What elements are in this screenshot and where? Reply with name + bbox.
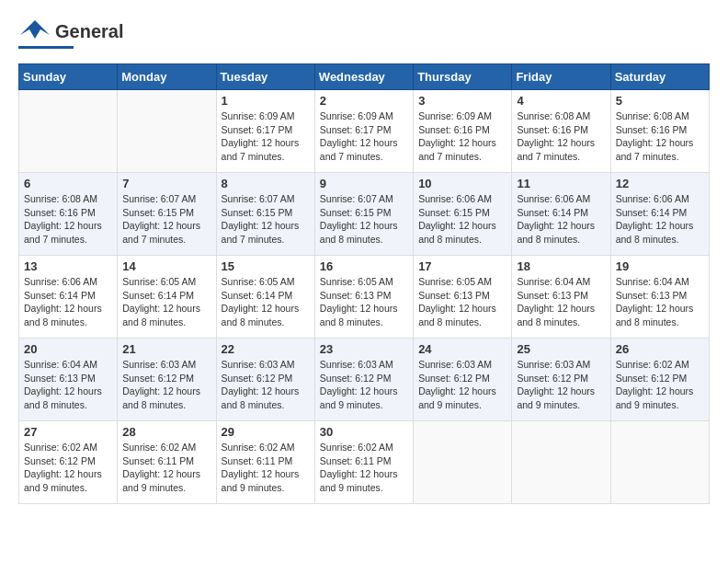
day-number: 15 (222, 259, 310, 273)
day-number: 7 (122, 177, 210, 190)
day-detail: Sunrise: 6:04 AM Sunset: 6:13 PM Dayligh… (24, 358, 112, 412)
calendar-cell: 6Sunrise: 6:08 AM Sunset: 6:16 PM Daylig… (19, 173, 118, 256)
calendar-cell: 16Sunrise: 6:05 AM Sunset: 6:13 PM Dayli… (314, 256, 413, 339)
calendar-cell: 4Sunrise: 6:08 AM Sunset: 6:16 PM Daylig… (512, 90, 610, 173)
day-number: 8 (222, 177, 310, 190)
calendar-cell: 30Sunrise: 6:02 AM Sunset: 6:11 PM Dayli… (314, 421, 413, 504)
page-header: General (18, 18, 710, 49)
day-detail: Sunrise: 6:05 AM Sunset: 6:13 PM Dayligh… (418, 275, 506, 329)
calendar-cell: 29Sunrise: 6:02 AM Sunset: 6:11 PM Dayli… (216, 421, 314, 504)
calendar-cell: 19Sunrise: 6:04 AM Sunset: 6:13 PM Dayli… (610, 256, 709, 339)
calendar-cell: 18Sunrise: 6:04 AM Sunset: 6:13 PM Dayli… (512, 256, 610, 339)
day-number: 22 (222, 342, 310, 356)
calendar-cell: 1Sunrise: 6:09 AM Sunset: 6:17 PM Daylig… (216, 90, 314, 173)
day-number: 21 (122, 342, 210, 356)
day-detail: Sunrise: 6:02 AM Sunset: 6:12 PM Dayligh… (616, 358, 704, 412)
calendar-cell: 13Sunrise: 6:06 AM Sunset: 6:14 PM Dayli… (19, 256, 118, 339)
day-number: 23 (320, 342, 408, 356)
day-detail: Sunrise: 6:03 AM Sunset: 6:12 PM Dayligh… (418, 358, 506, 412)
day-detail: Sunrise: 6:08 AM Sunset: 6:16 PM Dayligh… (616, 109, 704, 164)
weekday-header-thursday: Thursday (414, 64, 512, 90)
calendar-cell (19, 90, 118, 173)
day-number: 16 (320, 259, 408, 273)
day-number: 1 (222, 94, 310, 108)
logo: General (18, 18, 123, 49)
day-number: 17 (418, 259, 506, 273)
day-number: 19 (616, 259, 704, 273)
day-number: 9 (320, 177, 408, 190)
calendar-cell: 20Sunrise: 6:04 AM Sunset: 6:13 PM Dayli… (19, 339, 118, 421)
day-number: 4 (517, 94, 605, 108)
day-number: 28 (122, 425, 210, 439)
day-detail: Sunrise: 6:06 AM Sunset: 6:14 PM Dayligh… (616, 192, 704, 247)
day-number: 3 (418, 94, 506, 108)
calendar-cell: 23Sunrise: 6:03 AM Sunset: 6:12 PM Dayli… (314, 339, 413, 421)
weekday-header-sunday: Sunday (19, 64, 118, 90)
day-detail: Sunrise: 6:05 AM Sunset: 6:14 PM Dayligh… (222, 275, 310, 329)
calendar-cell (414, 421, 512, 504)
day-detail: Sunrise: 6:02 AM Sunset: 6:11 PM Dayligh… (222, 441, 310, 495)
calendar-week-row: 6Sunrise: 6:08 AM Sunset: 6:16 PM Daylig… (19, 173, 710, 256)
calendar-cell: 26Sunrise: 6:02 AM Sunset: 6:12 PM Dayli… (610, 339, 709, 421)
calendar-cell (118, 90, 216, 173)
day-number: 13 (24, 259, 112, 273)
day-detail: Sunrise: 6:08 AM Sunset: 6:16 PM Dayligh… (24, 192, 112, 247)
weekday-header-monday: Monday (118, 64, 216, 90)
day-number: 24 (418, 342, 506, 356)
day-detail: Sunrise: 6:06 AM Sunset: 6:14 PM Dayligh… (24, 275, 112, 329)
day-number: 2 (320, 94, 408, 108)
svg-marker-0 (20, 20, 50, 39)
day-detail: Sunrise: 6:07 AM Sunset: 6:15 PM Dayligh… (222, 192, 310, 247)
day-number: 12 (616, 177, 704, 190)
calendar-cell: 24Sunrise: 6:03 AM Sunset: 6:12 PM Dayli… (414, 339, 512, 421)
day-detail: Sunrise: 6:03 AM Sunset: 6:12 PM Dayligh… (222, 358, 310, 412)
calendar-week-row: 13Sunrise: 6:06 AM Sunset: 6:14 PM Dayli… (19, 256, 710, 339)
day-detail: Sunrise: 6:08 AM Sunset: 6:16 PM Dayligh… (517, 109, 605, 164)
day-number: 18 (517, 259, 605, 273)
calendar-cell: 17Sunrise: 6:05 AM Sunset: 6:13 PM Dayli… (414, 256, 512, 339)
calendar-week-row: 20Sunrise: 6:04 AM Sunset: 6:13 PM Dayli… (19, 339, 710, 421)
day-detail: Sunrise: 6:02 AM Sunset: 6:11 PM Dayligh… (122, 441, 210, 495)
day-detail: Sunrise: 6:04 AM Sunset: 6:13 PM Dayligh… (517, 275, 605, 329)
calendar-cell: 2Sunrise: 6:09 AM Sunset: 6:17 PM Daylig… (314, 90, 413, 173)
day-detail: Sunrise: 6:02 AM Sunset: 6:12 PM Dayligh… (24, 441, 112, 495)
calendar-table: SundayMondayTuesdayWednesdayThursdayFrid… (18, 63, 710, 504)
logo-icon (18, 18, 51, 44)
day-detail: Sunrise: 6:04 AM Sunset: 6:13 PM Dayligh… (616, 275, 704, 329)
day-number: 20 (24, 342, 112, 356)
calendar-cell (610, 421, 709, 504)
day-detail: Sunrise: 6:09 AM Sunset: 6:17 PM Dayligh… (320, 109, 408, 164)
calendar-cell: 12Sunrise: 6:06 AM Sunset: 6:14 PM Dayli… (610, 173, 709, 256)
day-number: 27 (24, 425, 112, 439)
weekday-header-friday: Friday (512, 64, 610, 90)
calendar-cell: 5Sunrise: 6:08 AM Sunset: 6:16 PM Daylig… (610, 90, 709, 173)
weekday-header-wednesday: Wednesday (314, 64, 413, 90)
day-number: 26 (616, 342, 704, 356)
weekday-header-saturday: Saturday (610, 64, 709, 90)
day-number: 14 (122, 259, 210, 273)
day-detail: Sunrise: 6:03 AM Sunset: 6:12 PM Dayligh… (122, 358, 210, 412)
day-detail: Sunrise: 6:05 AM Sunset: 6:13 PM Dayligh… (320, 275, 408, 329)
day-number: 6 (24, 177, 112, 190)
calendar-cell: 9Sunrise: 6:07 AM Sunset: 6:15 PM Daylig… (314, 173, 413, 256)
day-number: 5 (616, 94, 704, 108)
day-number: 10 (418, 177, 506, 190)
day-detail: Sunrise: 6:07 AM Sunset: 6:15 PM Dayligh… (122, 192, 210, 247)
calendar-cell (512, 421, 610, 504)
calendar-cell: 11Sunrise: 6:06 AM Sunset: 6:14 PM Dayli… (512, 173, 610, 256)
day-detail: Sunrise: 6:06 AM Sunset: 6:15 PM Dayligh… (418, 192, 506, 247)
day-number: 11 (517, 177, 605, 190)
calendar-week-row: 1Sunrise: 6:09 AM Sunset: 6:17 PM Daylig… (19, 90, 710, 173)
calendar-cell: 22Sunrise: 6:03 AM Sunset: 6:12 PM Dayli… (216, 339, 314, 421)
calendar-cell: 7Sunrise: 6:07 AM Sunset: 6:15 PM Daylig… (118, 173, 216, 256)
day-detail: Sunrise: 6:09 AM Sunset: 6:17 PM Dayligh… (222, 109, 310, 164)
day-detail: Sunrise: 6:03 AM Sunset: 6:12 PM Dayligh… (320, 358, 408, 412)
calendar-cell: 21Sunrise: 6:03 AM Sunset: 6:12 PM Dayli… (118, 339, 216, 421)
day-detail: Sunrise: 6:02 AM Sunset: 6:11 PM Dayligh… (320, 441, 408, 495)
day-detail: Sunrise: 6:06 AM Sunset: 6:14 PM Dayligh… (517, 192, 605, 247)
day-detail: Sunrise: 6:07 AM Sunset: 6:15 PM Dayligh… (320, 192, 408, 247)
calendar-week-row: 27Sunrise: 6:02 AM Sunset: 6:12 PM Dayli… (19, 421, 710, 504)
day-number: 25 (517, 342, 605, 356)
day-detail: Sunrise: 6:05 AM Sunset: 6:14 PM Dayligh… (122, 275, 210, 329)
calendar-cell: 14Sunrise: 6:05 AM Sunset: 6:14 PM Dayli… (118, 256, 216, 339)
